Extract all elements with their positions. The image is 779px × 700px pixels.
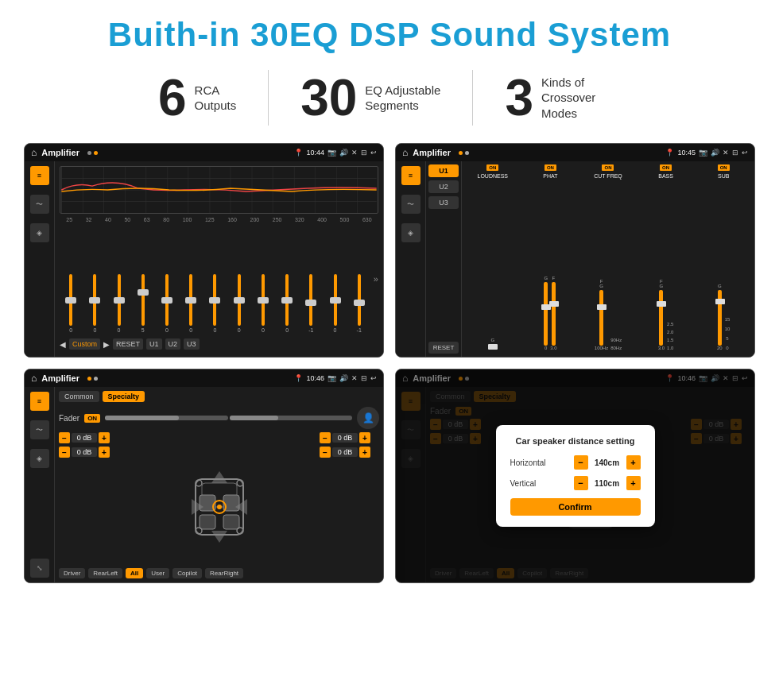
vol-row-3: − 0 dB + [320, 432, 379, 443]
cross-wave-icon[interactable]: 〜 [401, 195, 421, 214]
cross-eq-icon[interactable]: ≡ [401, 166, 421, 185]
dialog-vertical-label: Vertical [510, 479, 537, 488]
dialog-row-horizontal: Horizontal − 140cm + [510, 455, 641, 470]
fader-1: 0 [60, 274, 82, 333]
btn-u2[interactable]: U2 [165, 338, 181, 350]
cross-spk-icon[interactable]: ◈ [401, 223, 421, 242]
fader-tabs: Common Specialty [59, 391, 379, 402]
preset-custom[interactable]: Custom [69, 338, 100, 350]
wave-icon[interactable]: 〜 [30, 195, 49, 214]
status-bar-2: ⌂ Amplifier 📍 10:45 📷 🔊 ✕ ⊟ ↩ [396, 144, 754, 161]
speaker-icon[interactable]: ◈ [30, 223, 49, 242]
dialog-horizontal-controls: − 140cm + [574, 455, 641, 470]
fader-eq-icon[interactable]: ≡ [30, 392, 49, 411]
svg-point-25 [217, 505, 222, 509]
btn-rearright[interactable]: RearRight [205, 568, 243, 578]
btn-u3[interactable]: U3 [184, 338, 200, 350]
cutfreq-label: CUT FREQ [594, 173, 622, 179]
btn-user-fader[interactable]: User [146, 568, 169, 578]
vol-inc-2[interactable]: + [99, 447, 110, 458]
fader-2: 0 [83, 274, 106, 333]
dialog-overlay: Car speaker distance setting Horizontal … [396, 369, 754, 582]
svg-rect-23 [223, 515, 239, 529]
btn-u1[interactable]: U1 [146, 338, 162, 350]
tab-specialty[interactable]: Specialty [103, 391, 145, 402]
vol-inc-4[interactable]: + [359, 447, 370, 458]
phat-on[interactable]: ON [545, 164, 556, 171]
eq-icon[interactable]: ≡ [30, 166, 49, 185]
fader-4: 5 [132, 274, 154, 333]
vertical-value: 110cm [591, 479, 623, 488]
stat-eq: 30 EQ AdjustableSegments [269, 72, 472, 123]
speaker-area: − 0 dB + − 0 dB + [59, 432, 379, 565]
loudness-on[interactable]: ON [486, 164, 498, 171]
app-title-1: Amplifier [41, 148, 79, 157]
btn-rearleft[interactable]: RearLeft [88, 568, 122, 578]
eq-left-panel: ≡ 〜 ◈ [25, 161, 55, 357]
bottom-btns-fader: Driver RearLeft All User Copilot RearRig… [59, 568, 379, 578]
u2-btn[interactable]: U2 [428, 180, 459, 193]
fader-wave-icon[interactable]: 〜 [30, 420, 49, 439]
volume-right: − 0 dB + − 0 dB + [320, 432, 379, 565]
status-bar-1: ⌂ Amplifier 📍 10:44 📷 🔊 ✕ ⊟ ↩ [25, 144, 383, 161]
fader-profile-icon[interactable]: 👤 [357, 407, 379, 429]
fader-expand-icon[interactable]: ⤡ [30, 559, 49, 578]
bass-on[interactable]: ON [660, 164, 672, 171]
confirm-button[interactable]: Confirm [510, 498, 641, 516]
dialog-horizontal-label: Horizontal [510, 458, 546, 467]
screenshot-fader: ⌂ Amplifier 📍 10:46 📷 🔊 ✕ ⊟ ↩ ≡ 〜 ◈ [24, 369, 384, 583]
fader-label: Fader [59, 414, 79, 423]
adj-cutfreq: ON CUT FREQ F G 100Hz [580, 164, 636, 354]
vol-dec-1[interactable]: − [59, 432, 70, 443]
fader-6: 0 [180, 274, 202, 333]
fader-7: 0 [203, 274, 226, 333]
car-diagram [125, 432, 313, 565]
eq-main-content: 25 32 40 50 63 80 100 125 160 200 250 32… [55, 161, 383, 357]
btn-all[interactable]: All [126, 568, 143, 578]
bass-label: BASS [658, 173, 673, 179]
dialog-row-vertical: Vertical − 110cm + [510, 476, 641, 490]
vol-row-1: − 0 dB + [59, 432, 118, 443]
btn-reset[interactable]: RESET [113, 338, 143, 350]
fader-left-panel: ≡ 〜 ◈ ⤡ [25, 387, 55, 582]
fader-9: 0 [252, 274, 274, 333]
dialog-vertical-controls: − 110cm + [574, 476, 641, 490]
time-2: 10:45 [677, 149, 696, 157]
fader-on-toggle[interactable]: ON [84, 414, 100, 423]
vertical-dec-btn[interactable]: − [574, 476, 588, 490]
stat-crossover-number: 3 [505, 72, 533, 123]
stats-row: 6 RCAOutputs 30 EQ AdjustableSegments 3 … [24, 70, 755, 126]
horizontal-value: 140cm [591, 458, 623, 467]
vol-display-1: 0 dB [72, 433, 97, 443]
tab-common[interactable]: Common [59, 391, 99, 402]
fader-screen: ≡ 〜 ◈ ⤡ Common Specialty Fader ON [25, 387, 383, 582]
time-3: 10:46 [306, 374, 324, 382]
channel-selector: U1 U2 U3 RESET [426, 161, 462, 357]
vol-dec-4[interactable]: − [320, 447, 331, 458]
fader-spk-icon[interactable]: ◈ [30, 449, 49, 468]
faders-area: 0 0 0 5 [60, 225, 378, 336]
app-title-2: Amplifier [413, 148, 451, 157]
reset-btn-cross[interactable]: RESET [428, 342, 459, 354]
vol-inc-1[interactable]: + [99, 432, 110, 443]
stat-crossover-label: Kinds ofCrossover Modes [541, 75, 621, 122]
dialog-box: Car speaker distance setting Horizontal … [496, 425, 655, 527]
fader-row-top: Fader ON 👤 [59, 407, 379, 429]
app-title-3: Amplifier [41, 373, 79, 383]
horizontal-inc-btn[interactable]: + [626, 455, 641, 470]
btn-copilot[interactable]: Copilot [172, 568, 202, 578]
vol-dec-3[interactable]: − [320, 432, 331, 443]
u1-btn[interactable]: U1 [428, 164, 459, 177]
u3-btn[interactable]: U3 [428, 196, 459, 209]
cutfreq-on[interactable]: ON [602, 164, 614, 171]
vol-dec-2[interactable]: − [59, 447, 70, 458]
vol-inc-3[interactable]: + [359, 432, 370, 443]
horizontal-dec-btn[interactable]: − [574, 455, 588, 470]
vol-display-3: 0 dB [332, 433, 358, 443]
phat-label: PHAT [543, 173, 557, 179]
vertical-inc-btn[interactable]: + [626, 476, 641, 490]
fader-10: 0 [276, 274, 298, 333]
btn-driver[interactable]: Driver [59, 568, 85, 578]
sub-on[interactable]: ON [718, 164, 730, 171]
eq-screen: ≡ 〜 ◈ [25, 161, 383, 357]
